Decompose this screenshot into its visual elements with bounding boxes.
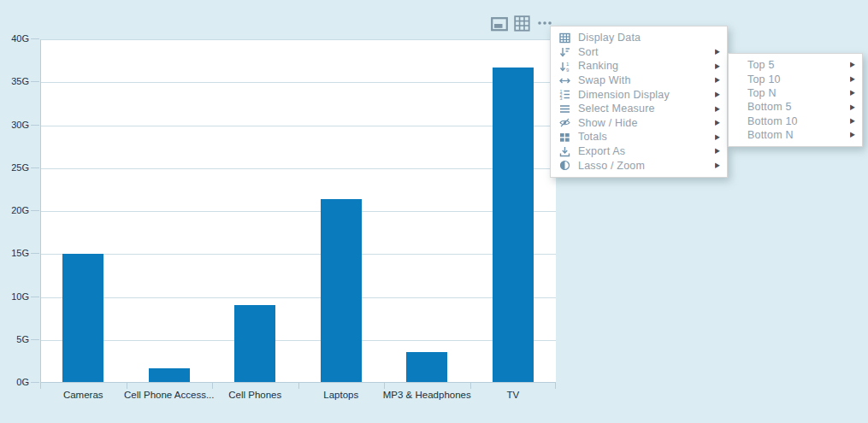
- menu-item-label: Sort: [578, 46, 715, 58]
- gridline: [41, 297, 556, 298]
- x-axis-tick: [470, 383, 471, 389]
- x-axis-tick: [212, 383, 213, 389]
- menu-item-label: Totals: [578, 131, 715, 143]
- submenu-arrow-icon: ▶: [715, 91, 720, 98]
- menu-item-sort[interactable]: Sort▶: [551, 45, 727, 60]
- swap-icon: [558, 75, 571, 86]
- gridline: [41, 211, 556, 212]
- y-axis-label: 0G: [0, 378, 29, 387]
- chart-canvas: 0G5G10G15G20G25G30G35G40G CamerasCell Ph…: [0, 0, 868, 423]
- menu-item-lasso-zoom[interactable]: Lasso / Zoom▶: [551, 158, 727, 173]
- menu-item-top-n[interactable]: Top N▶: [729, 86, 862, 100]
- menu-item-label: Top 10: [747, 73, 850, 85]
- y-axis-tick: [31, 167, 39, 168]
- table-icon: [558, 32, 571, 44]
- y-axis-tick: [31, 253, 39, 254]
- ranking-icon: 19: [558, 61, 571, 72]
- submenu-arrow-icon: ▶: [715, 162, 720, 169]
- bar-cell-phone-access[interactable]: [149, 368, 190, 382]
- menu-item-label: Export As: [578, 145, 715, 157]
- submenu-arrow-icon: ▶: [850, 117, 855, 125]
- menu-item-bottom-5[interactable]: Bottom 5▶: [729, 100, 862, 114]
- submenu-arrow-icon: ▶: [850, 132, 855, 139]
- x-axis-label: Cell Phones: [208, 390, 302, 400]
- x-axis-tick: [384, 383, 385, 389]
- gridline: [41, 126, 556, 126]
- menu-item-label: Display Data: [578, 32, 720, 44]
- x-axis-label: Cell Phone Access...: [122, 390, 216, 400]
- menu-item-bottom-n[interactable]: Bottom N▶: [729, 128, 862, 142]
- menu-item-export-as[interactable]: Export As▶: [551, 144, 727, 159]
- menu-item-totals[interactable]: Totals▶: [551, 130, 727, 144]
- menu-item-dimension-display[interactable]: 123Dimension Display▶: [551, 87, 727, 102]
- y-axis-label: 40G: [0, 34, 29, 44]
- y-axis-label: 30G: [0, 120, 29, 130]
- submenu-arrow-icon: ▶: [715, 148, 720, 156]
- x-axis-label: Cameras: [36, 390, 130, 400]
- menu-item-label: Select Measure: [578, 103, 715, 115]
- menu-item-swap-with[interactable]: Swap With▶: [551, 73, 727, 88]
- menu-item-top-5[interactable]: Top 5▶: [729, 58, 862, 72]
- menu-item-label: Top N: [747, 87, 850, 99]
- x-axis-tick: [127, 383, 127, 389]
- y-axis-label: 10G: [0, 292, 29, 302]
- sort-icon: [558, 46, 571, 57]
- submenu-arrow-icon: ▶: [715, 49, 720, 56]
- y-axis-label: 15G: [0, 249, 29, 258]
- y-axis-tick: [31, 210, 39, 211]
- show-hide-icon: [558, 117, 571, 128]
- y-axis-label: 35G: [0, 77, 29, 86]
- y-axis-label: 25G: [0, 163, 29, 173]
- dimension-display-icon: 123: [558, 89, 571, 100]
- x-axis-tick: [40, 383, 41, 389]
- export-icon: [558, 146, 571, 157]
- submenu-arrow-icon: ▶: [715, 105, 720, 113]
- bar-mp3-headphones[interactable]: [406, 352, 447, 382]
- bar-cameras[interactable]: [62, 254, 103, 382]
- submenu-arrow-icon: ▶: [715, 77, 720, 85]
- data-table-icon[interactable]: [514, 15, 530, 32]
- menu-item-label: Top 5: [747, 59, 850, 71]
- menu-item-select-measure[interactable]: Select Measure▶: [551, 102, 727, 116]
- svg-text:9: 9: [566, 67, 570, 72]
- gridline: [41, 340, 556, 341]
- x-axis-tick: [298, 383, 299, 389]
- submenu-arrow-icon: ▶: [850, 62, 855, 69]
- gridline: [41, 82, 556, 83]
- y-axis-tick: [31, 382, 39, 383]
- plot-area: [40, 39, 556, 383]
- menu-item-ranking[interactable]: 19Ranking▶: [551, 59, 727, 73]
- menu-item-label: Bottom 5: [747, 101, 850, 113]
- bar-laptops[interactable]: [321, 199, 362, 382]
- ranking-submenu: Top 5▶Top 10▶Top N▶Bottom 5▶Bottom 10▶Bo…: [728, 53, 863, 147]
- select-measure-icon: [558, 103, 571, 115]
- menu-item-label: Lasso / Zoom: [578, 160, 715, 172]
- menu-item-label: Bottom N: [747, 129, 850, 141]
- menu-item-label: Swap With: [578, 74, 715, 86]
- gridline: [41, 168, 556, 169]
- menu-item-bottom-10[interactable]: Bottom 10▶: [729, 115, 862, 128]
- bar-cell-phones[interactable]: [234, 305, 275, 382]
- y-axis-tick: [31, 81, 39, 82]
- submenu-arrow-icon: ▶: [850, 90, 855, 97]
- y-axis-label: 20G: [0, 206, 29, 215]
- y-axis-tick: [31, 339, 39, 340]
- menu-item-label: Ranking: [578, 60, 715, 72]
- menu-item-display-data[interactable]: Display Data: [551, 31, 727, 45]
- x-axis-label: Laptops: [294, 390, 388, 400]
- svg-text:3: 3: [560, 96, 563, 100]
- totals-icon: [558, 132, 571, 143]
- submenu-arrow-icon: ▶: [715, 133, 720, 141]
- svg-text:1: 1: [566, 61, 570, 66]
- menu-item-show-hide[interactable]: Show / Hide▶: [551, 116, 727, 131]
- submenu-arrow-icon: ▶: [850, 75, 855, 83]
- y-axis-tick: [31, 297, 39, 297]
- y-axis-label: 5G: [0, 335, 29, 344]
- submenu-arrow-icon: ▶: [850, 103, 855, 111]
- window-icon[interactable]: [491, 17, 508, 32]
- menu-item-top-10[interactable]: Top 10▶: [729, 72, 862, 85]
- x-axis-label: MP3 & Headphones: [380, 390, 474, 400]
- context-menu: Display DataSort▶19Ranking▶Swap With▶123…: [550, 26, 728, 178]
- bar-tv[interactable]: [493, 68, 534, 382]
- menu-item-label: Show / Hide: [578, 117, 715, 129]
